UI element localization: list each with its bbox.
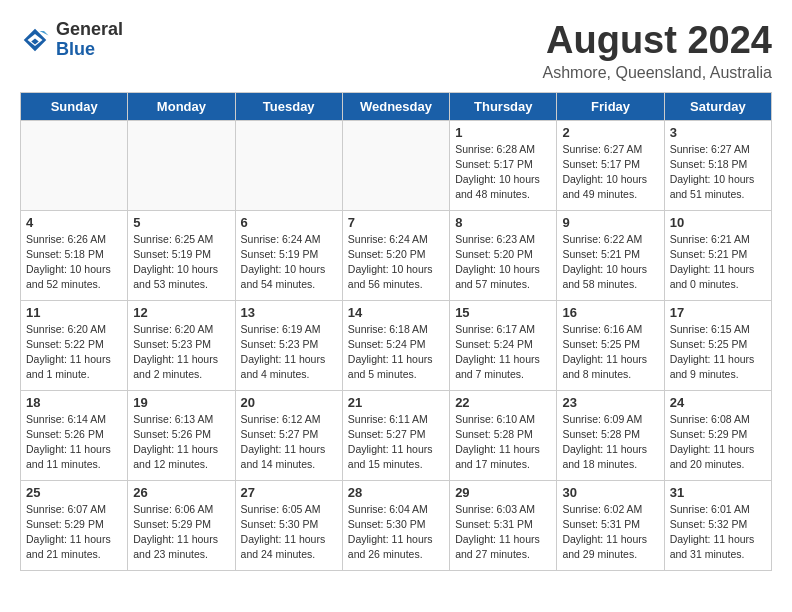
- logo-text: General Blue: [56, 20, 123, 60]
- day-number: 21: [348, 395, 444, 410]
- day-number: 5: [133, 215, 229, 230]
- day-info: Sunrise: 6:12 AMSunset: 5:27 PMDaylight:…: [241, 412, 337, 473]
- day-info: Sunrise: 6:06 AMSunset: 5:29 PMDaylight:…: [133, 502, 229, 563]
- day-info: Sunrise: 6:15 AMSunset: 5:25 PMDaylight:…: [670, 322, 766, 383]
- calendar-cell: 24Sunrise: 6:08 AMSunset: 5:29 PMDayligh…: [664, 390, 771, 480]
- calendar-cell: 19Sunrise: 6:13 AMSunset: 5:26 PMDayligh…: [128, 390, 235, 480]
- logo: General Blue: [20, 20, 123, 60]
- day-number: 11: [26, 305, 122, 320]
- week-row-3: 11Sunrise: 6:20 AMSunset: 5:22 PMDayligh…: [21, 300, 772, 390]
- day-number: 31: [670, 485, 766, 500]
- day-info: Sunrise: 6:10 AMSunset: 5:28 PMDaylight:…: [455, 412, 551, 473]
- day-number: 26: [133, 485, 229, 500]
- calendar-cell: 3Sunrise: 6:27 AMSunset: 5:18 PMDaylight…: [664, 120, 771, 210]
- day-info: Sunrise: 6:13 AMSunset: 5:26 PMDaylight:…: [133, 412, 229, 473]
- day-number: 12: [133, 305, 229, 320]
- week-row-4: 18Sunrise: 6:14 AMSunset: 5:26 PMDayligh…: [21, 390, 772, 480]
- page-header: General Blue August 2024 Ashmore, Queens…: [20, 20, 772, 82]
- day-number: 1: [455, 125, 551, 140]
- day-number: 10: [670, 215, 766, 230]
- calendar-cell: 26Sunrise: 6:06 AMSunset: 5:29 PMDayligh…: [128, 480, 235, 570]
- weekday-header-friday: Friday: [557, 92, 664, 120]
- calendar-cell: 21Sunrise: 6:11 AMSunset: 5:27 PMDayligh…: [342, 390, 449, 480]
- day-number: 20: [241, 395, 337, 410]
- weekday-header-saturday: Saturday: [664, 92, 771, 120]
- week-row-2: 4Sunrise: 6:26 AMSunset: 5:18 PMDaylight…: [21, 210, 772, 300]
- calendar-cell: 11Sunrise: 6:20 AMSunset: 5:22 PMDayligh…: [21, 300, 128, 390]
- day-number: 29: [455, 485, 551, 500]
- calendar-cell: 16Sunrise: 6:16 AMSunset: 5:25 PMDayligh…: [557, 300, 664, 390]
- day-number: 16: [562, 305, 658, 320]
- day-info: Sunrise: 6:22 AMSunset: 5:21 PMDaylight:…: [562, 232, 658, 293]
- calendar-cell: 22Sunrise: 6:10 AMSunset: 5:28 PMDayligh…: [450, 390, 557, 480]
- calendar-cell: 31Sunrise: 6:01 AMSunset: 5:32 PMDayligh…: [664, 480, 771, 570]
- day-number: 17: [670, 305, 766, 320]
- calendar-cell: 13Sunrise: 6:19 AMSunset: 5:23 PMDayligh…: [235, 300, 342, 390]
- day-info: Sunrise: 6:11 AMSunset: 5:27 PMDaylight:…: [348, 412, 444, 473]
- calendar-table: SundayMondayTuesdayWednesdayThursdayFrid…: [20, 92, 772, 571]
- day-number: 30: [562, 485, 658, 500]
- calendar-cell: 30Sunrise: 6:02 AMSunset: 5:31 PMDayligh…: [557, 480, 664, 570]
- day-info: Sunrise: 6:01 AMSunset: 5:32 PMDaylight:…: [670, 502, 766, 563]
- day-info: Sunrise: 6:27 AMSunset: 5:18 PMDaylight:…: [670, 142, 766, 203]
- day-number: 23: [562, 395, 658, 410]
- month-year-title: August 2024: [543, 20, 772, 62]
- weekday-header-thursday: Thursday: [450, 92, 557, 120]
- calendar-cell: 6Sunrise: 6:24 AMSunset: 5:19 PMDaylight…: [235, 210, 342, 300]
- day-number: 4: [26, 215, 122, 230]
- calendar-cell: 18Sunrise: 6:14 AMSunset: 5:26 PMDayligh…: [21, 390, 128, 480]
- week-row-5: 25Sunrise: 6:07 AMSunset: 5:29 PMDayligh…: [21, 480, 772, 570]
- day-number: 8: [455, 215, 551, 230]
- day-info: Sunrise: 6:26 AMSunset: 5:18 PMDaylight:…: [26, 232, 122, 293]
- calendar-cell: 23Sunrise: 6:09 AMSunset: 5:28 PMDayligh…: [557, 390, 664, 480]
- day-number: 15: [455, 305, 551, 320]
- day-number: 14: [348, 305, 444, 320]
- day-info: Sunrise: 6:17 AMSunset: 5:24 PMDaylight:…: [455, 322, 551, 383]
- day-info: Sunrise: 6:27 AMSunset: 5:17 PMDaylight:…: [562, 142, 658, 203]
- day-number: 27: [241, 485, 337, 500]
- calendar-cell: [128, 120, 235, 210]
- day-info: Sunrise: 6:05 AMSunset: 5:30 PMDaylight:…: [241, 502, 337, 563]
- calendar-cell: 5Sunrise: 6:25 AMSunset: 5:19 PMDaylight…: [128, 210, 235, 300]
- calendar-cell: [21, 120, 128, 210]
- calendar-cell: 29Sunrise: 6:03 AMSunset: 5:31 PMDayligh…: [450, 480, 557, 570]
- day-number: 7: [348, 215, 444, 230]
- logo-general-text: General: [56, 20, 123, 40]
- logo-icon: [20, 25, 50, 55]
- calendar-cell: 7Sunrise: 6:24 AMSunset: 5:20 PMDaylight…: [342, 210, 449, 300]
- day-info: Sunrise: 6:20 AMSunset: 5:23 PMDaylight:…: [133, 322, 229, 383]
- calendar-cell: 9Sunrise: 6:22 AMSunset: 5:21 PMDaylight…: [557, 210, 664, 300]
- calendar-cell: 14Sunrise: 6:18 AMSunset: 5:24 PMDayligh…: [342, 300, 449, 390]
- day-number: 9: [562, 215, 658, 230]
- logo-blue-text: Blue: [56, 40, 123, 60]
- day-info: Sunrise: 6:19 AMSunset: 5:23 PMDaylight:…: [241, 322, 337, 383]
- day-info: Sunrise: 6:24 AMSunset: 5:20 PMDaylight:…: [348, 232, 444, 293]
- calendar-cell: 8Sunrise: 6:23 AMSunset: 5:20 PMDaylight…: [450, 210, 557, 300]
- day-number: 13: [241, 305, 337, 320]
- day-number: 22: [455, 395, 551, 410]
- title-area: August 2024 Ashmore, Queensland, Austral…: [543, 20, 772, 82]
- day-info: Sunrise: 6:04 AMSunset: 5:30 PMDaylight:…: [348, 502, 444, 563]
- calendar-cell: [342, 120, 449, 210]
- weekday-header-monday: Monday: [128, 92, 235, 120]
- weekday-header-wednesday: Wednesday: [342, 92, 449, 120]
- day-info: Sunrise: 6:18 AMSunset: 5:24 PMDaylight:…: [348, 322, 444, 383]
- day-info: Sunrise: 6:25 AMSunset: 5:19 PMDaylight:…: [133, 232, 229, 293]
- calendar-cell: 4Sunrise: 6:26 AMSunset: 5:18 PMDaylight…: [21, 210, 128, 300]
- calendar-cell: 28Sunrise: 6:04 AMSunset: 5:30 PMDayligh…: [342, 480, 449, 570]
- day-info: Sunrise: 6:03 AMSunset: 5:31 PMDaylight:…: [455, 502, 551, 563]
- day-number: 24: [670, 395, 766, 410]
- calendar-cell: 12Sunrise: 6:20 AMSunset: 5:23 PMDayligh…: [128, 300, 235, 390]
- calendar-cell: [235, 120, 342, 210]
- day-number: 3: [670, 125, 766, 140]
- calendar-cell: 27Sunrise: 6:05 AMSunset: 5:30 PMDayligh…: [235, 480, 342, 570]
- calendar-cell: 2Sunrise: 6:27 AMSunset: 5:17 PMDaylight…: [557, 120, 664, 210]
- location-subtitle: Ashmore, Queensland, Australia: [543, 64, 772, 82]
- calendar-cell: 1Sunrise: 6:28 AMSunset: 5:17 PMDaylight…: [450, 120, 557, 210]
- day-info: Sunrise: 6:20 AMSunset: 5:22 PMDaylight:…: [26, 322, 122, 383]
- day-info: Sunrise: 6:02 AMSunset: 5:31 PMDaylight:…: [562, 502, 658, 563]
- day-number: 25: [26, 485, 122, 500]
- day-info: Sunrise: 6:14 AMSunset: 5:26 PMDaylight:…: [26, 412, 122, 473]
- day-number: 19: [133, 395, 229, 410]
- day-info: Sunrise: 6:24 AMSunset: 5:19 PMDaylight:…: [241, 232, 337, 293]
